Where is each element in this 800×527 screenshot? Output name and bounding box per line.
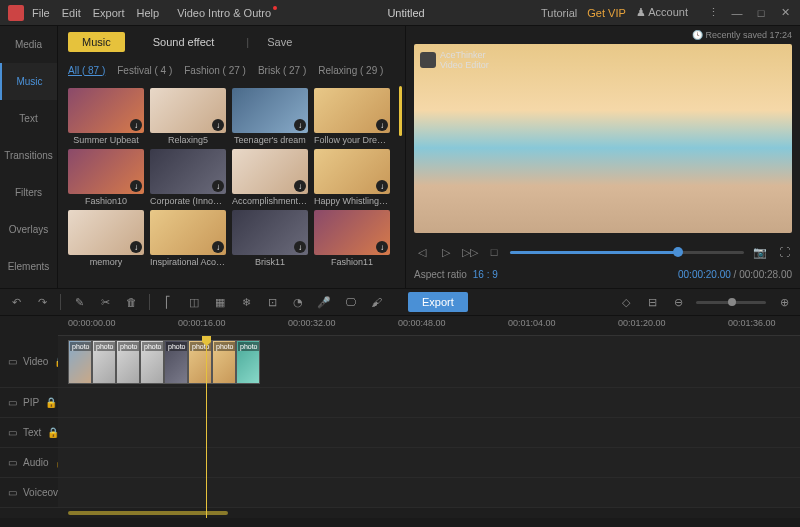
get-vip-link[interactable]: Get VIP	[587, 7, 626, 19]
play-icon[interactable]: ▷	[438, 244, 454, 260]
playhead[interactable]	[206, 336, 207, 518]
stop-icon[interactable]: □	[486, 244, 502, 260]
download-icon[interactable]: ↓	[212, 180, 224, 192]
tab-sound-effect[interactable]: Sound effect	[139, 32, 229, 52]
zoom-slider[interactable]	[696, 301, 766, 304]
close-icon[interactable]: ✕	[778, 6, 792, 20]
media-scrollbar[interactable]	[399, 86, 402, 136]
media-item[interactable]: ↓Accomplishment Full	[232, 149, 308, 206]
edit-icon[interactable]: ✎	[71, 294, 87, 310]
prev-frame-icon[interactable]: ◁	[414, 244, 430, 260]
sidebar-item-text[interactable]: Text	[0, 100, 57, 137]
download-icon[interactable]: ↓	[376, 119, 388, 131]
download-icon[interactable]: ↓	[376, 241, 388, 253]
color-icon[interactable]: 🖌	[368, 294, 384, 310]
undo-icon[interactable]: ↶	[8, 294, 24, 310]
zoom-in-icon[interactable]: ⊕	[776, 294, 792, 310]
marker-icon[interactable]: ◇	[618, 294, 634, 310]
split-icon[interactable]: ✂	[97, 294, 113, 310]
track-body[interactable]	[58, 336, 800, 387]
more-icon[interactable]: ⋮	[706, 6, 720, 20]
crop-start-icon[interactable]: ⎡	[160, 294, 176, 310]
fullscreen-icon[interactable]: ⛶	[776, 244, 792, 260]
timeline-clip[interactable]	[164, 340, 188, 384]
download-icon[interactable]: ↓	[130, 180, 142, 192]
timeline-scrollbar[interactable]	[68, 511, 228, 515]
menu-export[interactable]: Export	[93, 7, 125, 19]
media-item[interactable]: ↓Inspirational Acous...	[150, 210, 226, 267]
save-link[interactable]: Save	[267, 36, 292, 48]
export-button[interactable]: Export	[408, 292, 468, 312]
media-item[interactable]: ↓Fashion10	[68, 149, 144, 206]
category-fashion[interactable]: Fashion ( 27 )	[184, 65, 246, 76]
menu-help[interactable]: Help	[137, 7, 160, 19]
redo-icon[interactable]: ↷	[34, 294, 50, 310]
aspect-ratio-value[interactable]: 16 : 9	[473, 269, 498, 280]
download-icon[interactable]: ↓	[294, 119, 306, 131]
screen-icon[interactable]: 🖵	[342, 294, 358, 310]
track-body[interactable]	[58, 388, 800, 417]
timeline-clip[interactable]	[92, 340, 116, 384]
account-link[interactable]: ♟ Account	[636, 6, 688, 19]
sidebar-item-filters[interactable]: Filters	[0, 174, 57, 211]
crop-icon[interactable]: ◫	[186, 294, 202, 310]
maximize-icon[interactable]: □	[754, 6, 768, 20]
snapshot-icon[interactable]: 📷	[752, 244, 768, 260]
track-body[interactable]	[58, 448, 800, 477]
download-icon[interactable]: ↓	[294, 241, 306, 253]
category-brisk[interactable]: Brisk ( 27 )	[258, 65, 306, 76]
media-item[interactable]: ↓Summer Upbeat	[68, 88, 144, 145]
zoom-handle[interactable]	[728, 298, 736, 306]
download-icon[interactable]: ↓	[212, 241, 224, 253]
delete-icon[interactable]: 🗑	[123, 294, 139, 310]
track-body[interactable]	[58, 418, 800, 447]
timeline-clip[interactable]	[212, 340, 236, 384]
freeze-icon[interactable]: ❄	[238, 294, 254, 310]
download-icon[interactable]: ↓	[212, 119, 224, 131]
download-icon[interactable]: ↓	[376, 180, 388, 192]
download-icon[interactable]: ↓	[130, 119, 142, 131]
sidebar-item-transitions[interactable]: Transitions	[0, 137, 57, 174]
timeline-clip[interactable]	[236, 340, 260, 384]
timeline-clip[interactable]	[188, 340, 212, 384]
sidebar-item-overlays[interactable]: Overlays	[0, 211, 57, 248]
media-item[interactable]: ↓Brisk11	[232, 210, 308, 267]
minimize-icon[interactable]: —	[730, 6, 744, 20]
zoom-out-icon[interactable]: ⊖	[670, 294, 686, 310]
category-relaxing[interactable]: Relaxing ( 29 )	[318, 65, 383, 76]
timeline-clip[interactable]	[140, 340, 164, 384]
fit-icon[interactable]: ⊟	[644, 294, 660, 310]
category-festival[interactable]: Festival ( 4 )	[117, 65, 172, 76]
download-icon[interactable]: ↓	[130, 241, 142, 253]
seek-bar[interactable]	[510, 251, 744, 254]
menu-edit[interactable]: Edit	[62, 7, 81, 19]
media-item[interactable]: ↓Relaxing5	[150, 88, 226, 145]
media-item[interactable]: ↓Teenager's dream	[232, 88, 308, 145]
tutorial-link[interactable]: Tutorial	[541, 7, 577, 19]
media-item[interactable]: ↓Happy Whistling U...	[314, 149, 390, 206]
menu-file[interactable]: File	[32, 7, 50, 19]
duration-icon[interactable]: ◔	[290, 294, 306, 310]
media-item[interactable]: ↓memory	[68, 210, 144, 267]
media-item[interactable]: ↓Follow your Dreams	[314, 88, 390, 145]
sidebar-item-music[interactable]: Music	[0, 63, 57, 100]
zoom-icon[interactable]: ⊡	[264, 294, 280, 310]
lock-icon[interactable]: 🔒	[45, 397, 57, 408]
preview-viewport[interactable]: AceThinkerVideo Editor	[414, 44, 792, 233]
download-icon[interactable]: ↓	[294, 180, 306, 192]
tab-music[interactable]: Music	[68, 32, 125, 52]
next-frame-icon[interactable]: ▷▷	[462, 244, 478, 260]
sidebar-item-elements[interactable]: Elements	[0, 248, 57, 285]
menu-intro-outro[interactable]: Video Intro & Outro	[177, 7, 271, 19]
time-ruler[interactable]: 00:00:00.0000:00:16.0000:00:32.0000:00:4…	[58, 316, 800, 336]
media-item[interactable]: ↓Fashion11	[314, 210, 390, 267]
track-body[interactable]	[58, 478, 800, 507]
category-all[interactable]: All ( 87 )	[68, 65, 105, 76]
timeline-clip[interactable]	[116, 340, 140, 384]
timeline-clip[interactable]	[68, 340, 92, 384]
sidebar-item-media[interactable]: Media	[0, 26, 57, 63]
seek-handle[interactable]	[673, 247, 683, 257]
mosaic-icon[interactable]: ▦	[212, 294, 228, 310]
voice-icon[interactable]: 🎤	[316, 294, 332, 310]
media-item[interactable]: ↓Corporate (Innovat...	[150, 149, 226, 206]
